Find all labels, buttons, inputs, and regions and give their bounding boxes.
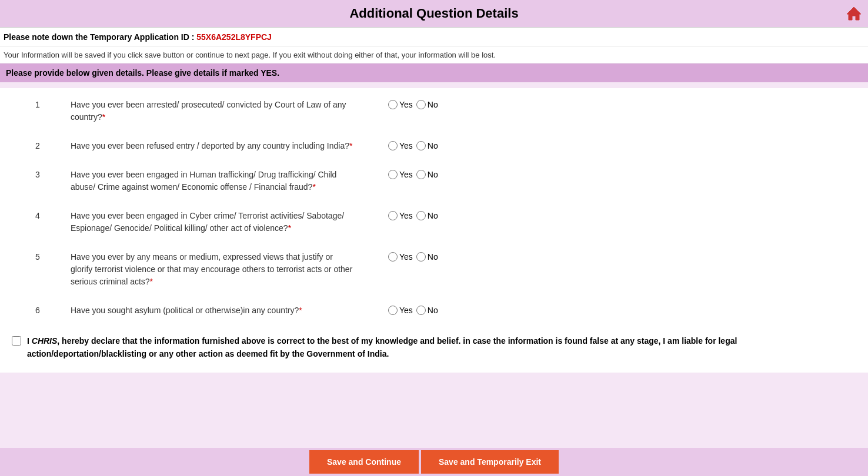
radio-no-6[interactable] [416, 306, 426, 315]
radio-yes-6[interactable] [388, 306, 398, 315]
question-number-3: 3 [35, 169, 71, 179]
radio-no-label-6[interactable]: No [416, 306, 438, 315]
question-row-2: 2 Have you ever been refused entry / dep… [12, 129, 856, 158]
question-row-1: 1 Have you ever been arrested/ prosecute… [12, 88, 856, 129]
header-bar: Additional Question Details [0, 0, 868, 28]
home-icon[interactable] [846, 5, 862, 21]
radio-no-4[interactable] [416, 211, 426, 220]
radio-no-label-2[interactable]: No [416, 141, 438, 150]
radio-yes-3[interactable] [388, 170, 398, 179]
instruction-bar: Please provide below given details. Plea… [0, 63, 868, 82]
app-id-label: Please note down the Temporary Applicati… [4, 32, 194, 42]
radio-yes-5[interactable] [388, 252, 398, 262]
radio-group-3: Yes No [388, 169, 438, 179]
svg-marker-0 [847, 7, 861, 20]
radio-yes-4[interactable] [388, 211, 398, 220]
radio-yes-label-6[interactable]: Yes [388, 306, 413, 315]
radio-yes-1[interactable] [388, 100, 398, 109]
required-marker-4: * [288, 223, 291, 233]
required-marker-6: * [299, 306, 302, 315]
question-row-4: 4 Have you ever been engaged in Cyber cr… [12, 199, 856, 240]
declaration-text: I CHRIS, hereby declare that the informa… [27, 334, 856, 361]
question-row-6: 6 Have you sought asylum (political or o… [12, 294, 856, 323]
question-number-6: 6 [35, 304, 71, 315]
questions-area: 1 Have you ever been arrested/ prosecute… [0, 88, 868, 373]
radio-yes-label-2[interactable]: Yes [388, 141, 413, 150]
radio-group-2: Yes No [388, 140, 438, 150]
required-marker-1: * [102, 112, 105, 122]
questions-container: 1 Have you ever been arrested/ prosecute… [0, 88, 868, 323]
footer-bar: Save and Continue Save and Temporarily E… [0, 448, 868, 476]
page-title: Additional Question Details [349, 6, 518, 21]
question-text-6: Have you sought asylum (political or oth… [71, 304, 353, 317]
save-continue-button[interactable]: Save and Continue [309, 450, 419, 474]
radio-group-6: Yes No [388, 304, 438, 315]
question-number-4: 4 [35, 210, 71, 220]
question-number-2: 2 [35, 140, 71, 150]
declaration-name: CHRIS [32, 336, 58, 346]
radio-no-label-5[interactable]: No [416, 252, 438, 262]
radio-group-4: Yes No [388, 210, 438, 220]
declaration-section: I CHRIS, hereby declare that the informa… [0, 323, 868, 373]
question-text-2: Have you ever been refused entry / depor… [71, 140, 353, 152]
radio-no-3[interactable] [416, 170, 426, 179]
radio-no-1[interactable] [416, 100, 426, 109]
radio-group-5: Yes No [388, 251, 438, 262]
radio-yes-label-3[interactable]: Yes [388, 170, 413, 179]
declaration-checkbox[interactable] [12, 336, 21, 346]
info-text: Your Information will be saved if you cl… [0, 47, 868, 63]
save-exit-button[interactable]: Save and Temporarily Exit [421, 450, 559, 474]
question-text-5: Have you ever by any means or medium, ex… [71, 251, 353, 288]
question-number-5: 5 [35, 251, 71, 262]
radio-no-label-3[interactable]: No [416, 170, 438, 179]
radio-yes-label-1[interactable]: Yes [388, 100, 413, 109]
required-marker-5: * [150, 277, 153, 286]
question-row-3: 3 Have you ever been engaged in Human tr… [12, 158, 856, 199]
question-text-1: Have you ever been arrested/ prosecuted/… [71, 99, 353, 123]
radio-no-5[interactable] [416, 252, 426, 262]
radio-no-2[interactable] [416, 141, 426, 150]
required-marker-3: * [312, 182, 315, 192]
question-row-5: 5 Have you ever by any means or medium, … [12, 240, 856, 294]
app-id-row: Please note down the Temporary Applicati… [0, 28, 868, 47]
home-icon-container[interactable] [846, 5, 862, 23]
required-marker-2: * [349, 141, 352, 150]
radio-group-1: Yes No [388, 99, 438, 109]
question-text-3: Have you ever been engaged in Human traf… [71, 169, 353, 193]
question-number-1: 1 [35, 99, 71, 109]
question-text-4: Have you ever been engaged in Cyber crim… [71, 210, 353, 234]
radio-no-label-1[interactable]: No [416, 100, 438, 109]
radio-yes-2[interactable] [388, 141, 398, 150]
radio-no-label-4[interactable]: No [416, 211, 438, 220]
radio-yes-label-4[interactable]: Yes [388, 211, 413, 220]
radio-yes-label-5[interactable]: Yes [388, 252, 413, 262]
app-id-value: 55X6A252L8YFPCJ [196, 32, 272, 42]
